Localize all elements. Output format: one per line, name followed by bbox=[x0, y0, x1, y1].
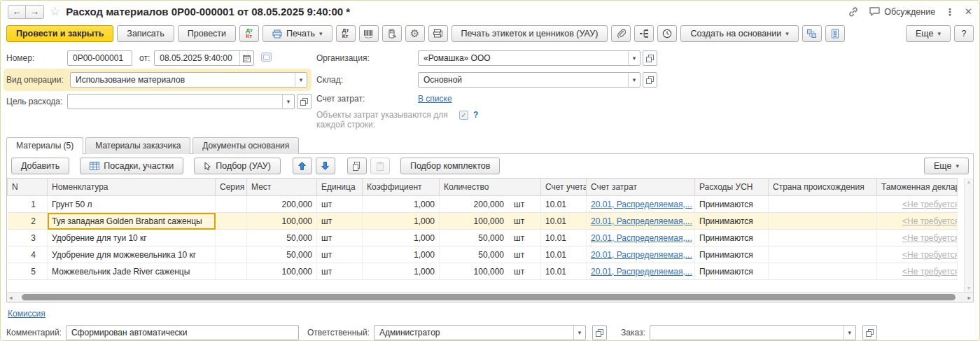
responsible-open-button[interactable] bbox=[592, 325, 607, 340]
tab-customer-materials[interactable]: Материалы заказчика bbox=[85, 137, 190, 154]
cell-places[interactable]: 100,000 bbox=[247, 213, 317, 230]
related-documents-button[interactable] bbox=[802, 25, 822, 42]
customs-declaration-link[interactable]: <Не требуется> bbox=[902, 233, 958, 243]
move-row-down-button[interactable] bbox=[316, 158, 335, 174]
cell-account[interactable]: 10.01 bbox=[541, 230, 587, 246]
cell-nomenclature-active[interactable]: Туя западная Golden Brabant саженцы bbox=[48, 213, 216, 230]
cell-cost-account[interactable]: 20.01, Распределяемая,... bbox=[587, 213, 695, 230]
cell-account[interactable]: 10.01 bbox=[541, 196, 587, 213]
cell-customs[interactable]: <Не требуется> bbox=[877, 246, 958, 263]
number-input[interactable]: 0Р00-000001 bbox=[67, 50, 132, 66]
cell-usn[interactable]: Принимаются bbox=[695, 213, 769, 230]
cell-places[interactable]: 50,000 bbox=[247, 246, 317, 263]
cell-unit[interactable]: шт bbox=[317, 230, 363, 246]
print-labels-button[interactable]: Печать этикеток и ценников (УАУ) bbox=[451, 25, 608, 42]
scrollbar-thumb[interactable] bbox=[22, 294, 956, 300]
cell-nomenclature[interactable]: Удобрение для туи 10 кг bbox=[48, 230, 216, 246]
pick-sets-button[interactable]: Подбор комплектов bbox=[400, 158, 500, 174]
cost-account-link[interactable]: 20.01, Распределяемая,... bbox=[591, 233, 692, 243]
cell-country[interactable] bbox=[769, 196, 877, 213]
customs-declaration-link[interactable]: <Не требуется> bbox=[902, 216, 958, 226]
copy-rows-button[interactable] bbox=[347, 158, 367, 174]
order-select[interactable]: ▾ bbox=[650, 325, 856, 340]
back-button[interactable]: ← bbox=[8, 5, 26, 19]
cell-quantity[interactable]: 50,000шт bbox=[440, 246, 541, 263]
vertical-scrollbar[interactable]: ▲ ▼ bbox=[964, 178, 973, 292]
data-terminal-button[interactable] bbox=[382, 25, 402, 42]
cell-nomenclature[interactable]: Удобрение для можжевельника 10 кг bbox=[48, 246, 216, 263]
cell-n[interactable]: 3 bbox=[8, 230, 48, 246]
close-icon[interactable]: ✕ bbox=[965, 6, 972, 17]
dr-cr-postings-button[interactable]: ДтКт bbox=[239, 25, 259, 42]
pick-uau-button[interactable]: Подбор (УАУ) bbox=[194, 158, 281, 174]
tab-materials[interactable]: Материалы (5) bbox=[6, 137, 83, 154]
get-link-button[interactable] bbox=[848, 6, 859, 18]
tab-basis-documents[interactable]: Документы основания bbox=[192, 137, 299, 154]
barcode-scan-button[interactable] bbox=[359, 25, 379, 42]
operation-kind-select[interactable]: Использование материалов ▾ bbox=[70, 72, 307, 88]
responsible-select[interactable]: Администратор ▾ bbox=[374, 325, 586, 340]
order-open-button[interactable] bbox=[862, 325, 877, 340]
cell-account[interactable]: 10.01 bbox=[541, 213, 587, 230]
cell-coefficient[interactable]: 1,000 bbox=[363, 196, 440, 213]
settings-button[interactable]: ⚙ bbox=[405, 25, 425, 42]
commission-link[interactable]: Комиссия bbox=[8, 309, 46, 319]
plots-areas-button[interactable]: Посадки, участки bbox=[80, 158, 183, 174]
cost-account-link[interactable]: 20.01, Распределяемая,... bbox=[591, 200, 692, 209]
cell-coefficient[interactable]: 1,000 bbox=[363, 246, 440, 263]
cell-series[interactable] bbox=[216, 230, 247, 246]
cell-country[interactable] bbox=[769, 213, 877, 230]
cell-customs[interactable]: <Не требуется> bbox=[877, 196, 958, 213]
cell-n[interactable]: 4 bbox=[8, 246, 48, 263]
cell-series[interactable] bbox=[216, 196, 247, 213]
write-button[interactable]: Записать bbox=[117, 25, 174, 42]
card-file-button[interactable] bbox=[428, 25, 448, 42]
cell-nomenclature[interactable]: Можжевельник Jade River саженцы bbox=[48, 263, 216, 280]
comment-input[interactable]: Сформирован автоматически bbox=[66, 325, 299, 340]
dr-cr-mono-button[interactable]: ДтКт bbox=[336, 25, 356, 42]
cost-account-link[interactable]: 20.01, Распределяемая,... bbox=[591, 216, 692, 226]
cell-country[interactable] bbox=[769, 230, 877, 246]
cell-cost-account[interactable]: 20.01, Распределяемая,... bbox=[587, 246, 695, 263]
forward-button[interactable]: → bbox=[26, 5, 44, 19]
expense-purpose-open-button[interactable] bbox=[297, 94, 312, 109]
cell-series[interactable] bbox=[216, 213, 247, 230]
reports-button[interactable] bbox=[825, 25, 845, 42]
cell-unit[interactable]: шт bbox=[317, 196, 363, 213]
cell-series[interactable] bbox=[216, 246, 247, 263]
cost-account-link[interactable]: 20.01, Распределяемая,... bbox=[591, 250, 692, 260]
cell-quantity[interactable]: 200,000шт bbox=[440, 196, 541, 213]
cell-country[interactable] bbox=[769, 246, 877, 263]
cell-nomenclature[interactable]: Грунт 50 л bbox=[48, 196, 216, 213]
cell-places[interactable]: 50,000 bbox=[247, 230, 317, 246]
cell-usn[interactable]: Принимаются bbox=[695, 263, 769, 280]
cell-coefficient[interactable]: 1,000 bbox=[363, 230, 440, 246]
help-button[interactable]: ? bbox=[954, 25, 974, 42]
cell-coefficient[interactable]: 1,000 bbox=[363, 213, 440, 230]
chevron-down-icon[interactable]: ▾ bbox=[844, 326, 855, 340]
scroll-left-icon[interactable]: ◂ bbox=[9, 294, 13, 301]
cell-cost-account[interactable]: 20.01, Распределяемая,... bbox=[587, 196, 695, 213]
cell-cost-account[interactable]: 20.01, Распределяемая,... bbox=[587, 230, 695, 246]
cell-usn[interactable]: Принимаются bbox=[695, 246, 769, 263]
more-button[interactable]: Еще▾ bbox=[906, 25, 951, 42]
cost-account-link[interactable]: 20.01, Распределяемая,... bbox=[591, 267, 692, 277]
cell-series[interactable] bbox=[216, 263, 247, 280]
chevron-down-icon[interactable]: ▾ bbox=[282, 95, 294, 109]
cell-customs[interactable]: <Не требуется> bbox=[877, 213, 958, 230]
post-button[interactable]: Провести bbox=[178, 25, 236, 42]
print-button[interactable]: Печать▾ bbox=[262, 25, 332, 42]
post-and-close-button[interactable]: Провести и закрыть bbox=[6, 25, 113, 42]
cell-quantity[interactable]: 100,000шт bbox=[440, 263, 541, 280]
grid-more-button[interactable]: Еще▾ bbox=[924, 158, 969, 174]
customs-declaration-link[interactable]: <Не требуется> bbox=[902, 267, 958, 277]
cell-quantity[interactable]: 50,000шт bbox=[440, 230, 541, 246]
expense-purpose-select[interactable]: ▾ bbox=[67, 94, 295, 109]
history-button[interactable] bbox=[657, 25, 677, 42]
more-menu-icon[interactable]: ⋮ bbox=[945, 6, 955, 18]
favorite-star-icon[interactable]: ☆ bbox=[50, 4, 60, 19]
horizontal-scrollbar[interactable]: ◂ ▸ bbox=[7, 292, 973, 302]
cell-country[interactable] bbox=[769, 263, 877, 280]
cost-objects-help-link[interactable]: ? bbox=[473, 110, 478, 120]
cell-unit[interactable]: шт bbox=[317, 246, 363, 263]
